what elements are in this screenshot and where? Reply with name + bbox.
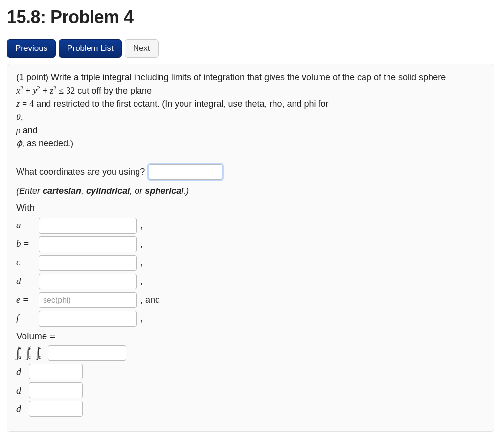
with-label: With (16, 201, 485, 215)
coords-hint: (Enter cartesian, cylindrical, or spheri… (16, 185, 485, 198)
after-e: , and (140, 293, 160, 307)
problem-body: (1 point) Write a triple integral includ… (7, 64, 494, 432)
question-text: (1 point) Write a triple integral includ… (16, 71, 485, 150)
coords-prompt: What coordinates are you using? (16, 165, 145, 179)
theta-tail: , (21, 112, 23, 122)
d-symbol-2: d (16, 383, 25, 398)
question-line2-tail: cut off by the plane (75, 86, 152, 95)
previous-button[interactable]: Previous (7, 39, 56, 58)
volume-label: Volume = (16, 330, 485, 344)
input-f[interactable] (39, 311, 137, 327)
input-d2[interactable] (29, 382, 83, 398)
input-e[interactable] (39, 292, 137, 308)
next-button[interactable]: Next (125, 39, 159, 58)
nav-buttons: Previous Problem List Next (7, 39, 494, 58)
integral-expression: ∫ab ∫cd ∫ef (16, 345, 485, 361)
label-d: d = (16, 274, 35, 288)
problem-list-button[interactable]: Problem List (59, 39, 121, 58)
question-line3-tail: and restricted to the first octant. (In … (34, 99, 328, 109)
input-d3[interactable] (29, 401, 83, 417)
d-symbol-3: d (16, 401, 25, 416)
input-d1[interactable] (29, 364, 83, 379)
plane-rhs: 4 (29, 99, 34, 109)
after-a: , (140, 219, 143, 232)
coordinates-input[interactable] (149, 164, 222, 180)
after-c: , (140, 256, 143, 269)
label-c: c = (16, 256, 35, 270)
input-d[interactable] (39, 274, 137, 289)
points-prefix: (1 point) (16, 72, 51, 82)
after-f: , (140, 312, 143, 325)
label-e: e = (16, 293, 35, 307)
page-title: 15.8: Problem 4 (7, 7, 494, 27)
input-integrand[interactable] (48, 345, 126, 361)
label-a: a = (16, 218, 35, 233)
label-b: b = (16, 237, 35, 251)
input-b[interactable] (39, 236, 137, 252)
question-line1: Write a triple integral including limits… (51, 72, 446, 82)
phi-tail: , as needed.) (22, 139, 73, 148)
input-c[interactable] (39, 255, 137, 271)
input-a[interactable] (39, 218, 137, 234)
d-symbol-1: d (16, 364, 25, 379)
rho-tail: and (21, 125, 38, 135)
sphere-rhs: 32 (66, 86, 75, 95)
after-b: , (140, 237, 143, 251)
after-d: , (140, 275, 143, 288)
label-f: f = (16, 311, 35, 326)
